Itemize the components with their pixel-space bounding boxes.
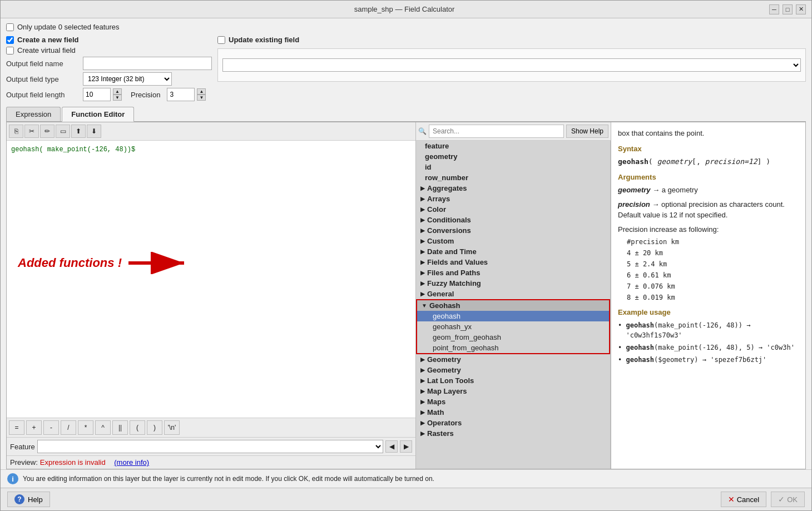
op-multiply[interactable]: *	[78, 420, 93, 435]
group-date-and-time[interactable]: ▶Date and Time	[416, 246, 610, 257]
create-virtual-checkbox[interactable]	[6, 47, 14, 54]
group-fields-and-values[interactable]: ▶Fields and Values	[416, 257, 610, 267]
clear-button[interactable]: ▭	[56, 125, 70, 138]
length-input[interactable]	[83, 88, 111, 101]
group-geometry1[interactable]: ▶Geometry	[416, 354, 610, 365]
tree-item-point-from-geohash[interactable]: point_from_geohash	[417, 343, 609, 353]
update-field-select[interactable]	[222, 58, 801, 72]
search-input[interactable]	[429, 125, 564, 138]
search-row: 🔍 Show Help	[416, 122, 611, 141]
help-button[interactable]: ? Help	[7, 492, 50, 507]
cancel-icon: ✕	[728, 495, 735, 504]
expression-code: geohash( make_point(-126, 48))$	[11, 146, 135, 153]
copy-button[interactable]: ⎘	[9, 125, 23, 138]
geohash-section: ▼Geohash geohash geohash_yx geom_from_ge…	[416, 299, 610, 354]
info-bar: i You are editing information on this la…	[1, 469, 811, 488]
info-icon: i	[7, 473, 18, 484]
precision-down-btn[interactable]: ▼	[197, 95, 206, 101]
only-update-label: Only update 0 selected features	[17, 23, 120, 31]
tree-item-geohash[interactable]: geohash	[417, 311, 609, 321]
op-caret[interactable]: ^	[95, 420, 111, 435]
tab-function-editor[interactable]: Function Editor	[62, 107, 134, 122]
group-geohash[interactable]: ▼Geohash	[417, 300, 609, 311]
editor-toolbar: ⎘ ✂ ✏ ▭ ⬆ ⬇	[7, 122, 415, 141]
length-up-btn[interactable]: ▲	[113, 88, 122, 95]
group-lat-lon-tools[interactable]: ▶Lat Lon Tools	[416, 375, 610, 386]
create-virtual-row[interactable]: Create virtual field	[6, 46, 212, 54]
op-equals[interactable]: =	[9, 420, 24, 435]
only-update-row[interactable]: Only update 0 selected features	[6, 23, 806, 31]
group-aggregates[interactable]: ▶Aggregates	[416, 183, 610, 194]
cancel-button[interactable]: ✕ Cancel	[721, 492, 766, 507]
close-button[interactable]: ✕	[796, 4, 806, 14]
output-field-name-input[interactable]	[83, 57, 212, 70]
help-arg2: precision → optional precision as charac…	[618, 199, 799, 221]
op-minus[interactable]: -	[43, 420, 59, 435]
group-operators[interactable]: ▶Operators	[416, 418, 610, 428]
op-concat[interactable]: ||	[112, 420, 128, 435]
tree-item-id[interactable]: id	[416, 162, 610, 172]
show-help-button[interactable]: Show Help	[566, 125, 608, 138]
info-message: You are editing information on this laye…	[23, 475, 434, 483]
tree-item-geometry[interactable]: geometry	[416, 151, 610, 162]
update-existing-checkbox[interactable]	[217, 36, 225, 44]
help-example3: • geohash($geometry) → 'spezef7b6ztj'	[618, 355, 799, 365]
create-new-field-checkbox[interactable]	[6, 36, 14, 44]
op-newline[interactable]: '\n'	[164, 420, 180, 435]
tab-expression[interactable]: Expression	[6, 107, 61, 121]
length-spinner: ▲ ▼	[83, 88, 122, 101]
load-button[interactable]: ⬆	[71, 125, 86, 138]
output-field-type-label: Output field type	[6, 75, 78, 83]
precision-input[interactable]	[167, 88, 195, 101]
only-update-checkbox[interactable]	[6, 23, 14, 31]
expression-editor[interactable]: geohash( make_point(-126, 48))$	[7, 141, 415, 418]
group-geometry2[interactable]: ▶Geometry	[416, 365, 610, 375]
group-maps[interactable]: ▶Maps	[416, 396, 610, 407]
tree-item-row-number[interactable]: row_number	[416, 172, 610, 183]
group-arrays[interactable]: ▶Arrays	[416, 194, 610, 204]
feature-select[interactable]	[37, 440, 383, 453]
group-general[interactable]: ▶General	[416, 289, 610, 299]
create-virtual-label: Create virtual field	[17, 46, 76, 54]
save-button[interactable]: ⬇	[87, 125, 101, 138]
prev-feature-btn[interactable]: ◀	[385, 440, 398, 453]
feature-row: Feature ◀ ▶	[7, 437, 415, 455]
update-existing-row[interactable]: Update existing field	[217, 36, 806, 44]
minimize-button[interactable]: ─	[769, 4, 779, 14]
next-feature-btn[interactable]: ▶	[400, 440, 412, 453]
editor-left-panel: ⎘ ✂ ✏ ▭ ⬆ ⬇ geohash( make_point(-126, 48…	[7, 122, 416, 469]
help-fn-name: geohash	[618, 157, 648, 166]
tree-item-feature[interactable]: feature	[416, 141, 610, 151]
group-conversions[interactable]: ▶Conversions	[416, 225, 610, 236]
group-conditionals[interactable]: ▶Conditionals	[416, 215, 610, 225]
op-close-paren[interactable]: )	[147, 420, 162, 435]
tree-item-geom-from-geohash[interactable]: geom_from_geohash	[417, 332, 609, 343]
edit-button[interactable]: ✏	[40, 125, 55, 138]
output-field-type-select[interactable]: 123 Integer (32 bit)	[83, 72, 172, 86]
more-info-link[interactable]: (more info)	[114, 458, 149, 467]
op-plus[interactable]: +	[26, 420, 42, 435]
precision-up-btn[interactable]: ▲	[197, 88, 206, 95]
group-color[interactable]: ▶Color	[416, 204, 610, 215]
create-new-field-row[interactable]: Create a new field	[6, 36, 212, 44]
group-math[interactable]: ▶Math	[416, 407, 610, 418]
maximize-button[interactable]: □	[783, 4, 793, 14]
help-panel: box that contains the point. Syntax geoh…	[611, 122, 805, 469]
op-open-paren[interactable]: (	[130, 420, 145, 435]
group-custom[interactable]: ▶Custom	[416, 236, 610, 246]
ok-button[interactable]: ✓ OK	[771, 492, 805, 507]
tabs-bar: Expression Function Editor	[6, 107, 806, 122]
function-tree: feature geometry id row_number ▶Aggregat…	[416, 141, 611, 469]
tree-item-geohash-yx[interactable]: geohash_yx	[417, 321, 609, 332]
op-divide[interactable]: /	[61, 420, 76, 435]
group-map-layers[interactable]: ▶Map Layers	[416, 386, 610, 396]
group-files-and-paths[interactable]: ▶Files and Paths	[416, 267, 610, 278]
cut-button[interactable]: ✂	[24, 125, 39, 138]
group-rasters[interactable]: ▶Rasters	[416, 428, 610, 439]
main-window: sample_shp — Field Calculator ─ □ ✕ Only…	[0, 0, 812, 511]
help-example1: • geohash(make_point(-126, 48)) → 'c0w3h…	[618, 320, 799, 340]
editor-area: ⎘ ✂ ✏ ▭ ⬆ ⬇ geohash( make_point(-126, 48…	[6, 122, 806, 469]
length-down-btn[interactable]: ▼	[113, 95, 122, 101]
group-fuzzy-matching[interactable]: ▶Fuzzy Matching	[416, 278, 610, 289]
operator-row: = + - / * ^ || ( ) '\n'	[7, 418, 415, 437]
